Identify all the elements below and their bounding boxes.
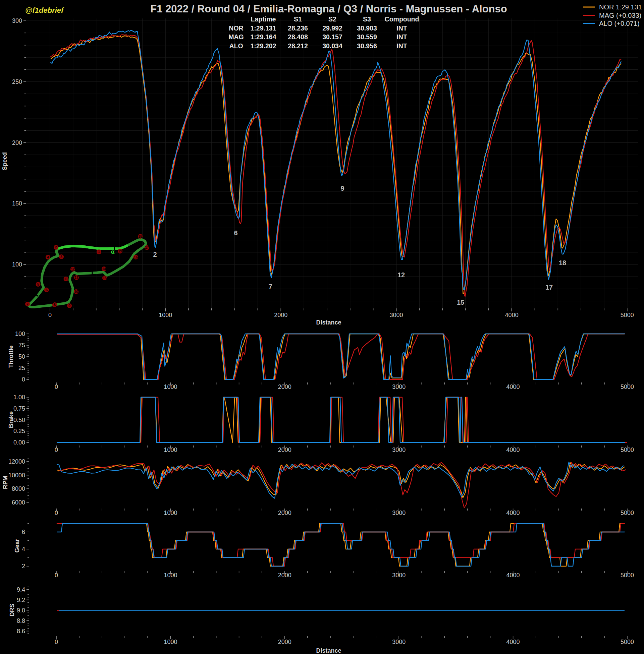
svg-text:ALO (+0.071): ALO (+0.071) bbox=[599, 20, 640, 27]
svg-text:INT: INT bbox=[396, 42, 407, 50]
svg-text:150: 150 bbox=[12, 200, 22, 207]
svg-text:2000: 2000 bbox=[278, 572, 292, 579]
svg-text:11: 11 bbox=[64, 277, 68, 281]
svg-text:18: 18 bbox=[559, 259, 566, 266]
svg-text:3: 3 bbox=[60, 255, 62, 259]
svg-text:Compound: Compound bbox=[385, 16, 419, 23]
svg-text:28.236: 28.236 bbox=[288, 24, 308, 32]
svg-text:0.75: 0.75 bbox=[14, 405, 25, 412]
svg-text:5000: 5000 bbox=[621, 638, 634, 645]
svg-text:0: 0 bbox=[55, 638, 58, 645]
svg-text:S3: S3 bbox=[363, 16, 371, 23]
svg-text:30.157: 30.157 bbox=[322, 33, 342, 41]
svg-text:5000: 5000 bbox=[621, 572, 634, 579]
svg-text:Throttle: Throttle bbox=[8, 346, 15, 368]
svg-text:4: 4 bbox=[47, 255, 49, 259]
svg-text:4000: 4000 bbox=[506, 638, 520, 645]
svg-text:0: 0 bbox=[55, 384, 58, 390]
svg-text:1: 1 bbox=[98, 250, 100, 254]
svg-text:1:29.131: 1:29.131 bbox=[251, 24, 276, 32]
svg-text:8.8: 8.8 bbox=[17, 617, 25, 624]
svg-text:19: 19 bbox=[118, 249, 122, 253]
svg-text:10: 10 bbox=[74, 290, 78, 294]
svg-text:0: 0 bbox=[55, 446, 58, 453]
svg-text:MAG (+0.033): MAG (+0.033) bbox=[599, 12, 641, 19]
svg-text:0: 0 bbox=[55, 510, 58, 516]
svg-text:3000: 3000 bbox=[392, 510, 406, 516]
svg-text:9: 9 bbox=[341, 185, 344, 192]
svg-text:Laptime: Laptime bbox=[251, 16, 276, 23]
svg-text:1000: 1000 bbox=[164, 384, 177, 390]
svg-text:Speed: Speed bbox=[1, 152, 8, 170]
svg-text:F1 2022 / Round 04 / Emilia-Ro: F1 2022 / Round 04 / Emilia-Romagna / Q3… bbox=[150, 3, 507, 15]
svg-text:9.2: 9.2 bbox=[17, 597, 25, 603]
svg-text:5000: 5000 bbox=[621, 384, 634, 390]
svg-text:@f1debrief: @f1debrief bbox=[25, 6, 64, 15]
svg-text:28.408: 28.408 bbox=[288, 33, 308, 41]
svg-text:7: 7 bbox=[268, 283, 272, 290]
svg-text:13: 13 bbox=[74, 275, 78, 280]
svg-text:MAG: MAG bbox=[228, 33, 244, 41]
svg-text:15: 15 bbox=[102, 276, 107, 280]
svg-text:100: 100 bbox=[15, 331, 25, 337]
svg-text:29.992: 29.992 bbox=[322, 24, 342, 32]
svg-text:6: 6 bbox=[234, 229, 237, 237]
svg-text:2000: 2000 bbox=[274, 312, 288, 318]
svg-text:14: 14 bbox=[102, 267, 106, 271]
svg-text:1000: 1000 bbox=[164, 638, 177, 645]
svg-text:S1: S1 bbox=[294, 16, 302, 23]
svg-text:30.903: 30.903 bbox=[357, 24, 377, 32]
svg-text:1000: 1000 bbox=[164, 572, 177, 579]
svg-text:10000: 10000 bbox=[8, 472, 25, 479]
svg-text:30.034: 30.034 bbox=[322, 42, 342, 50]
svg-text:5000: 5000 bbox=[621, 510, 634, 516]
svg-text:4000: 4000 bbox=[506, 572, 520, 579]
svg-text:1000: 1000 bbox=[159, 312, 172, 318]
svg-text:ALO: ALO bbox=[229, 42, 243, 50]
svg-text:18: 18 bbox=[138, 234, 142, 238]
svg-text:Brake: Brake bbox=[8, 411, 15, 428]
svg-text:25: 25 bbox=[19, 365, 25, 371]
svg-text:3000: 3000 bbox=[392, 384, 406, 390]
svg-text:INT: INT bbox=[396, 33, 407, 41]
svg-text:2: 2 bbox=[153, 251, 157, 258]
svg-text:7: 7 bbox=[26, 302, 28, 306]
svg-text:250: 250 bbox=[12, 78, 22, 85]
svg-text:8.6: 8.6 bbox=[17, 628, 25, 634]
svg-text:3000: 3000 bbox=[392, 446, 406, 453]
svg-text:S2: S2 bbox=[328, 16, 337, 23]
svg-text:4000: 4000 bbox=[505, 312, 519, 318]
svg-text:DRS: DRS bbox=[9, 604, 16, 616]
svg-text:17: 17 bbox=[145, 245, 149, 249]
svg-text:2000: 2000 bbox=[278, 446, 292, 453]
svg-text:12: 12 bbox=[397, 271, 405, 278]
svg-text:17: 17 bbox=[545, 284, 553, 291]
svg-text:5: 5 bbox=[37, 282, 39, 286]
svg-text:6000: 6000 bbox=[12, 499, 25, 506]
svg-text:5000: 5000 bbox=[621, 312, 634, 318]
svg-text:2000: 2000 bbox=[278, 638, 292, 645]
svg-text:9.0: 9.0 bbox=[17, 607, 25, 614]
svg-text:6: 6 bbox=[46, 288, 48, 292]
svg-text:2: 2 bbox=[22, 563, 25, 570]
svg-text:100: 100 bbox=[12, 261, 22, 268]
svg-text:30.956: 30.956 bbox=[357, 42, 377, 50]
svg-text:16: 16 bbox=[134, 255, 138, 259]
svg-text:8000: 8000 bbox=[12, 485, 25, 492]
svg-text:30.559: 30.559 bbox=[357, 33, 377, 41]
svg-text:2000: 2000 bbox=[278, 384, 292, 390]
svg-text:6: 6 bbox=[22, 529, 25, 535]
svg-text:0.00: 0.00 bbox=[14, 439, 25, 446]
svg-text:8: 8 bbox=[54, 303, 56, 307]
svg-text:RPM: RPM bbox=[2, 476, 9, 489]
svg-text:3000: 3000 bbox=[392, 572, 406, 579]
svg-text:INT: INT bbox=[396, 24, 407, 32]
svg-text:5000: 5000 bbox=[621, 446, 634, 453]
svg-text:9.4: 9.4 bbox=[17, 586, 25, 593]
svg-text:1000: 1000 bbox=[164, 446, 177, 453]
svg-text:28.212: 28.212 bbox=[288, 42, 308, 50]
svg-text:4000: 4000 bbox=[506, 446, 520, 453]
svg-text:2: 2 bbox=[55, 245, 57, 249]
svg-text:50: 50 bbox=[19, 353, 25, 360]
svg-text:9: 9 bbox=[68, 304, 70, 308]
